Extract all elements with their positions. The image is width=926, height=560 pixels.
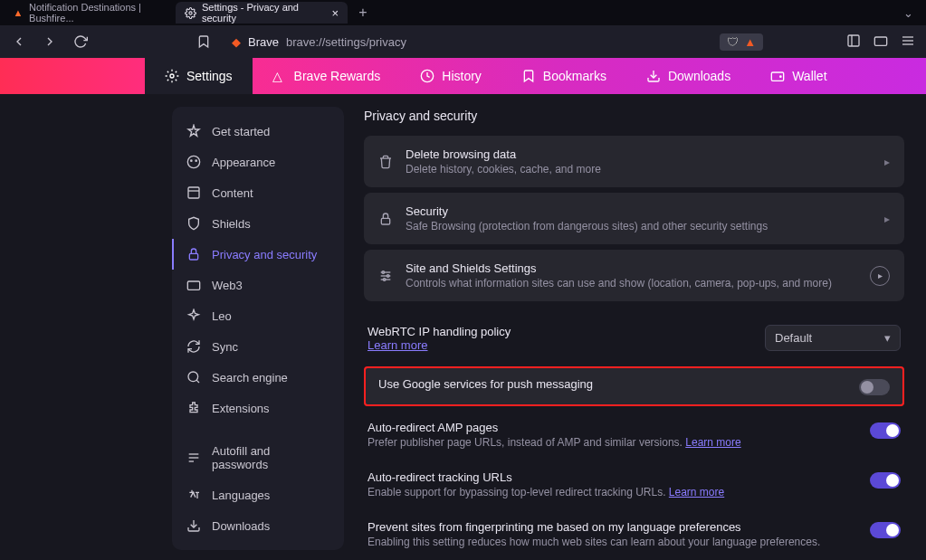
brave-logo-icon: ▲ xyxy=(744,35,756,49)
row-subtitle: Prefer publisher page URLs, instead of A… xyxy=(368,436,857,449)
chevron-right-icon: ▸ xyxy=(884,156,890,168)
sidebar-item-label: Autofill and passwords xyxy=(212,444,329,471)
trash-icon xyxy=(378,155,393,169)
row-title: Auto-redirect tracking URLs xyxy=(368,470,857,484)
sidebar-item-extensions[interactable]: Extensions xyxy=(172,393,344,423)
learn-more-link[interactable]: Learn more xyxy=(368,338,427,352)
close-icon[interactable]: × xyxy=(331,6,339,20)
svg-rect-15 xyxy=(188,187,199,198)
wallet-icon[interactable] xyxy=(873,33,890,50)
card-delete-browsing-data[interactable]: Delete browsing data Delete history, coo… xyxy=(364,136,904,187)
card-subtitle: Delete history, cookies, cache, and more xyxy=(406,163,872,176)
chevron-down-icon[interactable]: ⌄ xyxy=(894,6,922,20)
shields-indicator[interactable]: 🛡 ▲ xyxy=(720,33,763,51)
forward-button[interactable] xyxy=(40,32,60,52)
ribbon-rewards[interactable]: △ Brave Rewards xyxy=(253,58,401,94)
url-bar[interactable]: ◆ Brave brave://settings/privacy 🛡 ▲ xyxy=(224,29,770,54)
settings-sidebar: Get started Appearance Content Shields P… xyxy=(172,107,344,550)
ribbon-label: Wallet xyxy=(792,69,826,83)
sidebar-item-label: Web3 xyxy=(212,279,243,292)
tracking-toggle[interactable] xyxy=(870,472,901,489)
sidebar-item-search-engine[interactable]: Search engine xyxy=(172,362,344,393)
ring-arrow-icon xyxy=(870,266,890,286)
sidebar-item-web3[interactable]: Web3 xyxy=(172,270,344,300)
svg-rect-17 xyxy=(189,253,197,260)
sidebar-item-label: Shields xyxy=(212,217,251,231)
card-security[interactable]: Security Safe Browsing (protection from … xyxy=(364,193,904,244)
ribbon-bookmarks[interactable]: Bookmarks xyxy=(501,58,626,94)
ribbon-label: Settings xyxy=(186,69,233,83)
sliders-icon xyxy=(378,269,393,283)
page-title: Privacy and security xyxy=(364,109,904,123)
select-value: Default xyxy=(775,331,812,345)
tab-settings[interactable]: Settings - Privacy and security × xyxy=(176,2,348,24)
reload-button[interactable] xyxy=(71,32,91,52)
ribbon-downloads[interactable]: Downloads xyxy=(626,58,750,94)
card-title: Site and Shields Settings xyxy=(406,261,857,275)
ribbon-wallet[interactable]: Wallet xyxy=(750,58,846,94)
sidebar-item-content[interactable]: Content xyxy=(172,177,344,208)
row-fingerprint: Prevent sites from fingerprinting me bas… xyxy=(364,509,904,559)
ribbon-label: Brave Rewards xyxy=(294,69,381,83)
ribbon-label: Bookmarks xyxy=(543,69,606,83)
svg-point-14 xyxy=(196,160,196,161)
row-amp: Auto-redirect AMP pages Prefer publisher… xyxy=(364,410,904,460)
tab-strip: ▲ Notification Destinations | Bushfire..… xyxy=(0,0,926,25)
row-webrtc: WebRTC IP handling policy Learn more Def… xyxy=(364,314,904,363)
ribbon-settings[interactable]: Settings xyxy=(145,58,253,94)
svg-rect-18 xyxy=(187,281,199,289)
learn-more-link[interactable]: Learn more xyxy=(685,436,740,449)
row-google-push: Use Google services for push messaging xyxy=(364,366,904,406)
brave-shield-icon: ◆ xyxy=(232,35,241,49)
sidebar-item-sync[interactable]: Sync xyxy=(172,331,344,362)
card-subtitle: Controls what information sites can use … xyxy=(406,277,857,289)
sidebar-item-appearance[interactable]: Appearance xyxy=(172,147,344,177)
row-title: WebRTC IP handling policy xyxy=(368,325,752,338)
sidebar-item-label: Privacy and security xyxy=(212,248,317,261)
sidebar-toggle-icon[interactable] xyxy=(846,33,863,50)
card-site-shields[interactable]: Site and Shields Settings Controls what … xyxy=(364,250,904,301)
tab-notifications[interactable]: ▲ Notification Destinations | Bushfire..… xyxy=(4,2,176,24)
amp-toggle[interactable] xyxy=(870,422,901,439)
sidebar-item-leo[interactable]: Leo xyxy=(172,300,344,331)
url-brand: Brave xyxy=(248,35,279,49)
sidebar-item-label: Extensions xyxy=(212,402,270,415)
sidebar-item-downloads[interactable]: Downloads xyxy=(172,510,344,541)
bookmark-icon[interactable] xyxy=(194,32,214,52)
sidebar-item-privacy[interactable]: Privacy and security xyxy=(172,239,344,270)
google-push-toggle[interactable] xyxy=(859,379,890,395)
toolbar: ◆ Brave brave://settings/privacy 🛡 ▲ xyxy=(0,25,926,58)
card-subtitle: Safe Browsing (protection from dangerous… xyxy=(406,220,872,233)
sidebar-item-shields[interactable]: Shields xyxy=(172,208,344,239)
fingerprint-toggle[interactable] xyxy=(870,522,901,538)
sidebar-item-languages[interactable]: Languages xyxy=(172,479,344,510)
row-title: Prevent sites from fingerprinting me bas… xyxy=(368,520,857,534)
learn-more-link[interactable]: Learn more xyxy=(669,486,724,498)
sidebar-item-label: Languages xyxy=(212,489,270,502)
row-subtitle: Enable support for bypassing top-level r… xyxy=(368,486,857,498)
ribbon-history[interactable]: History xyxy=(400,58,501,94)
back-button[interactable] xyxy=(9,32,29,52)
svg-point-11 xyxy=(780,76,781,77)
webrtc-select[interactable]: Default xyxy=(765,325,901,351)
flame-icon: ▲ xyxy=(13,6,24,19)
sidebar-item-label: Leo xyxy=(212,309,232,323)
lock-icon xyxy=(378,212,393,226)
tab-title: Settings - Privacy and security xyxy=(202,2,326,24)
svg-rect-10 xyxy=(771,72,783,81)
shield-icon: 🛡 xyxy=(727,35,739,49)
svg-point-0 xyxy=(189,11,192,14)
triangle-icon: △ xyxy=(272,69,287,83)
sidebar-item-autofill[interactable]: Autofill and passwords xyxy=(172,436,344,479)
sidebar-item-label: Appearance xyxy=(212,156,275,169)
menu-icon[interactable] xyxy=(901,33,917,50)
new-tab-button[interactable]: + xyxy=(353,3,373,23)
sidebar-item-label: Downloads xyxy=(212,519,270,533)
ribbon-label: History xyxy=(442,69,482,83)
row-title: Auto-redirect AMP pages xyxy=(368,421,857,434)
svg-rect-3 xyxy=(874,37,886,45)
sidebar-item-label: Get started xyxy=(212,125,270,138)
sidebar-item-label: Search engine xyxy=(212,371,288,384)
sidebar-item-get-started[interactable]: Get started xyxy=(172,116,344,147)
sidebar-item-label: Content xyxy=(212,186,253,200)
